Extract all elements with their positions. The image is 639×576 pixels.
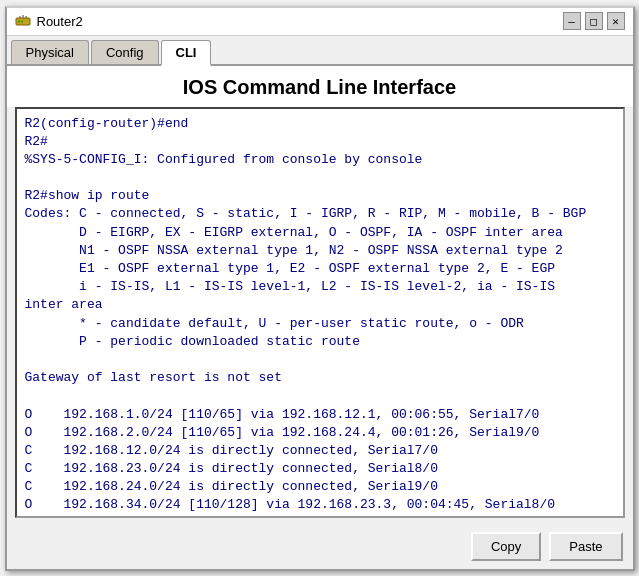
page-title: IOS Command Line Interface [7, 66, 633, 107]
router-icon [15, 13, 31, 29]
cli-output[interactable]: R2(config-router)#end R2# %SYS-5-CONFIG_… [17, 109, 623, 516]
maximize-button[interactable]: □ [585, 12, 603, 30]
tab-bar: Physical Config CLI [7, 36, 633, 66]
tab-config[interactable]: Config [91, 40, 159, 64]
tab-cli[interactable]: CLI [161, 40, 212, 66]
window-controls: — □ ✕ [563, 12, 625, 30]
title-bar: Router2 — □ ✕ [7, 8, 633, 36]
copy-button[interactable]: Copy [471, 532, 541, 561]
title-bar-left: Router2 [15, 13, 83, 29]
minimize-button[interactable]: — [563, 12, 581, 30]
cli-container: R2(config-router)#end R2# %SYS-5-CONFIG_… [15, 107, 625, 518]
paste-button[interactable]: Paste [549, 532, 622, 561]
button-bar: Copy Paste [7, 526, 633, 569]
close-button[interactable]: ✕ [607, 12, 625, 30]
router2-window: Router2 — □ ✕ Physical Config CLI IOS Co… [5, 6, 635, 571]
window-title: Router2 [37, 14, 83, 29]
svg-point-1 [18, 21, 20, 23]
svg-point-2 [21, 21, 23, 23]
tab-physical[interactable]: Physical [11, 40, 89, 64]
